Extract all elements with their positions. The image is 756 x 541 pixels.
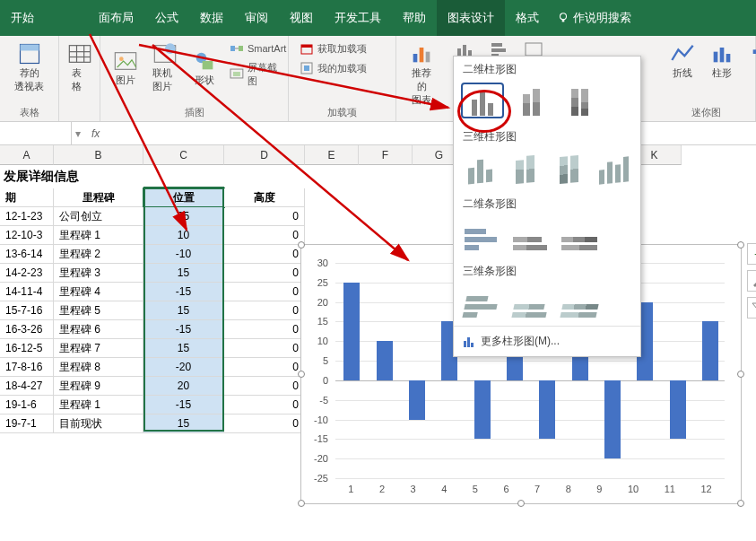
cell-height[interactable]: 0 (224, 358, 305, 377)
column-header[interactable]: A (0, 145, 54, 165)
tab-review[interactable]: 审阅 (234, 0, 279, 36)
header-date[interactable]: 期 (0, 188, 54, 207)
name-box[interactable] (0, 122, 72, 144)
cell-position[interactable]: 25 (143, 207, 224, 226)
chart-styles-button[interactable] (747, 270, 756, 292)
tab-layout[interactable]: 面布局 (88, 0, 144, 36)
header-height[interactable]: 高度 (224, 188, 305, 207)
stacked-column-option[interactable] (511, 84, 551, 117)
chart-bar[interactable] (604, 380, 621, 458)
column-header[interactable]: F (359, 145, 413, 165)
cell-position[interactable]: -20 (143, 358, 224, 377)
get-addins-button[interactable]: 获取加载项 (296, 39, 388, 57)
cell-date[interactable]: 17-8-16 (0, 358, 54, 377)
cell-position[interactable]: -15 (143, 320, 224, 339)
tab-view[interactable]: 视图 (279, 0, 324, 36)
sparkline-column-button[interactable]: 柱形 (704, 39, 740, 82)
cell-milestone[interactable]: 里程碑 6 (54, 320, 143, 339)
fx-icon[interactable]: fx (84, 127, 107, 140)
smartart-button[interactable]: SmartArt (226, 39, 290, 57)
cell-position[interactable]: 10 (143, 226, 224, 245)
cell-milestone[interactable]: 目前现状 (54, 414, 143, 433)
more-column-charts[interactable]: 更多柱形图(M)... (454, 326, 640, 356)
cell-position[interactable]: -15 (143, 283, 224, 301)
cell-height[interactable]: 0 (224, 320, 305, 339)
shapes-button[interactable]: 形状 (187, 39, 222, 95)
header-position[interactable]: 位置 (143, 188, 224, 207)
cell-height[interactable]: 0 (224, 226, 305, 245)
sparkline-line-button[interactable]: 折线 (665, 39, 700, 82)
header-milestone[interactable]: 里程碑 (54, 188, 143, 207)
cell-height[interactable]: 0 (224, 301, 305, 320)
cell-milestone[interactable]: 里程碑 1 (54, 396, 143, 414)
tab-home[interactable]: 开始 (0, 0, 45, 36)
cell-milestone[interactable]: 里程碑 7 (54, 339, 143, 358)
cell-height[interactable]: 0 (224, 283, 305, 301)
recommended-pivot-button[interactable]: 荐的 透视表 (7, 39, 51, 95)
cell-position[interactable]: -10 (143, 245, 224, 264)
cell-milestone[interactable]: 里程碑 3 (54, 264, 143, 283)
clustered-3d-column-option[interactable] (463, 152, 499, 184)
clustered-column-option[interactable] (463, 84, 502, 117)
cell-height[interactable]: 0 (224, 377, 305, 396)
cell-position[interactable]: -15 (143, 396, 224, 414)
cell-date[interactable]: 19-1-6 (0, 396, 54, 414)
tab-insert[interactable] (45, 0, 88, 36)
tell-me-search[interactable]: 作说明搜索 (557, 10, 631, 26)
chart-bar[interactable] (670, 380, 686, 439)
stacked-3d-column-option[interactable] (508, 152, 543, 184)
cell-date[interactable]: 16-3-26 (0, 320, 54, 339)
tab-chart-design[interactable]: 图表设计 (437, 0, 505, 36)
column-header[interactable]: E (305, 145, 359, 165)
cell-date[interactable]: 12-1-23 (0, 207, 54, 226)
cell-height[interactable]: 0 (224, 245, 305, 264)
cell-position[interactable]: 20 (143, 377, 224, 396)
cell-date[interactable]: 18-4-27 (0, 377, 54, 396)
stacked-3d-bar-option[interactable] (511, 286, 551, 318)
name-box-dropdown[interactable]: ▾ (72, 127, 84, 140)
chart-bar[interactable] (377, 341, 393, 380)
stacked100-column-option[interactable] (560, 84, 599, 117)
cell-position[interactable]: 15 (143, 339, 224, 358)
picture-button[interactable]: 图片 (108, 39, 143, 95)
cell-date[interactable]: 19-7-1 (0, 414, 54, 433)
stacked100-3d-column-option[interactable] (552, 152, 587, 184)
sparkline-winloss-button[interactable]: 盈 (743, 39, 756, 82)
cell-height[interactable]: 0 (224, 207, 305, 226)
tab-formulas[interactable]: 公式 (144, 0, 189, 36)
stacked100-bar-option[interactable] (560, 219, 599, 251)
cell-date[interactable]: 13-6-14 (0, 245, 54, 264)
column-header[interactable]: D (224, 145, 305, 165)
chart-bar[interactable] (539, 380, 555, 439)
cell-height[interactable]: 0 (224, 339, 305, 358)
cell-date[interactable]: 15-7-16 (0, 301, 54, 320)
cell-milestone[interactable]: 里程碑 4 (54, 283, 143, 301)
cell-date[interactable]: 14-11-4 (0, 283, 54, 301)
cell-height[interactable]: 0 (224, 414, 305, 433)
column-header[interactable]: B (54, 145, 143, 165)
cell-position[interactable]: 15 (143, 414, 224, 433)
clustered-3d-bar-option[interactable] (463, 286, 502, 318)
cell-position[interactable]: 15 (143, 301, 224, 320)
chart-bar[interactable] (474, 380, 491, 439)
cell-date[interactable]: 14-2-23 (0, 264, 54, 283)
chart-bar[interactable] (702, 321, 718, 380)
cell-milestone[interactable]: 里程碑 2 (54, 245, 143, 264)
screenshot-button[interactable]: 屏幕截图 (226, 59, 290, 90)
chart-bar[interactable] (343, 283, 360, 380)
cell-milestone[interactable]: 公司创立 (54, 207, 143, 226)
cell-milestone[interactable]: 里程碑 8 (54, 358, 143, 377)
3d-column-option[interactable] (596, 152, 632, 184)
cell-milestone[interactable]: 里程碑 9 (54, 377, 143, 396)
chart-filter-button[interactable] (747, 297, 756, 318)
column-header[interactable]: C (143, 145, 224, 165)
recommended-charts-button[interactable]: 推荐的 图表 (404, 39, 439, 109)
chart-bar[interactable] (409, 380, 425, 420)
cell-height[interactable]: 0 (224, 264, 305, 283)
cell-milestone[interactable]: 里程碑 1 (54, 226, 143, 245)
tab-developer[interactable]: 开发工具 (324, 0, 392, 36)
cell-milestone[interactable]: 里程碑 5 (54, 301, 143, 320)
cell-date[interactable]: 12-10-3 (0, 226, 54, 245)
online-picture-button[interactable]: 联机图片 (147, 39, 183, 95)
tab-data[interactable]: 数据 (189, 0, 234, 36)
